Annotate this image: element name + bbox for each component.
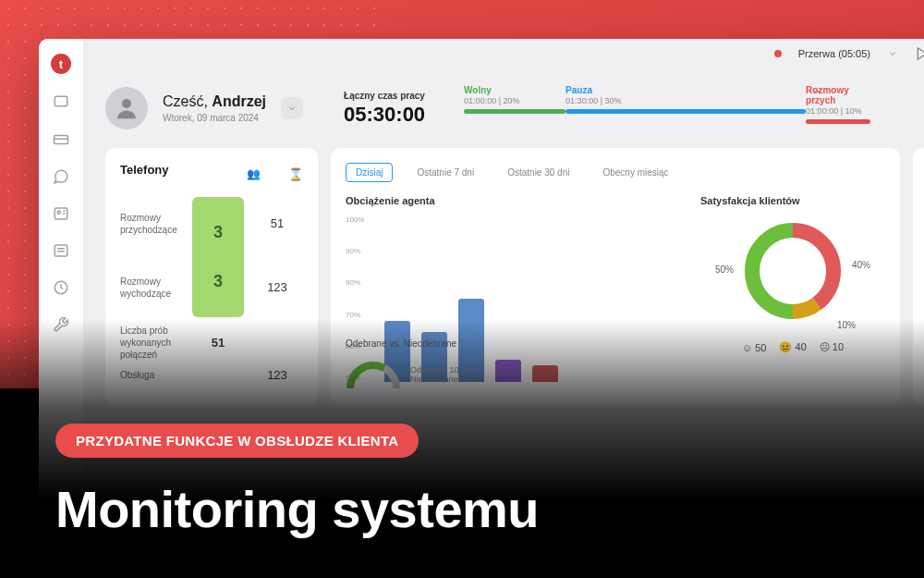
- greeting-expand[interactable]: [281, 97, 303, 119]
- card-icon[interactable]: [53, 131, 69, 148]
- list-icon[interactable]: [53, 242, 69, 259]
- svg-rect-0: [55, 96, 67, 106]
- load-chart-title: Obciążenie agenta: [346, 195, 673, 206]
- app-logo[interactable]: t: [51, 54, 71, 74]
- chat-icon[interactable]: [53, 168, 69, 185]
- worktime-label: Łączny czas pracy: [344, 91, 425, 101]
- tabs: DzisiajOstatnie 7 dniOstatnie 30 dniObec…: [346, 163, 885, 182]
- topbar: Przerwa (05:05): [83, 39, 924, 68]
- worktime: Łączny czas pracy 05:30:00: [344, 91, 425, 127]
- avatar[interactable]: [105, 87, 148, 129]
- headline: Monitoring systemu: [55, 479, 539, 539]
- donut-label-40: 40%: [852, 260, 870, 270]
- donut-label-50: 50%: [715, 264, 734, 275]
- play-icon[interactable]: [915, 46, 924, 61]
- tab-2[interactable]: Ostatnie 30 dni: [498, 164, 578, 181]
- status-segment-wolny: Wolny01:00:00 | 20%: [464, 85, 565, 131]
- greeting-date: Wtorek, 09 marca 2024: [163, 113, 266, 123]
- donut-chart: 40% 10% 50%: [737, 215, 848, 326]
- worktime-value: 05:30:00: [344, 103, 425, 127]
- people-icon: 👥: [247, 167, 261, 181]
- contact-icon[interactable]: [53, 205, 69, 222]
- status-segment-roz: Rozmowy przych01:00:00 | 10%: [806, 85, 870, 131]
- phone-row: Rozmowy wychodzące3123: [120, 257, 303, 317]
- status-indicator: [774, 50, 782, 57]
- greeting: Cześć, Andrzej Wtorek, 09 marca 2024: [163, 93, 266, 123]
- svg-marker-9: [918, 48, 924, 59]
- phone-card-title: Telefony: [120, 163, 169, 177]
- clock-icon[interactable]: [53, 279, 69, 296]
- status-chevron-icon[interactable]: [887, 48, 898, 59]
- tab-3[interactable]: Obecny miesiąc: [593, 164, 677, 181]
- tab-1[interactable]: Ostatnie 7 dni: [407, 164, 483, 181]
- greeting-name: Andrzej: [212, 93, 266, 109]
- tab-0[interactable]: Dzisiaj: [346, 163, 393, 182]
- dashboard-icon[interactable]: [53, 94, 69, 111]
- hourglass-icon: ⌛: [288, 167, 303, 181]
- category-badge: PRZYDATNE FUNKCJE W OBSŁUDZE KLIENTA: [55, 424, 419, 458]
- status-segment-pauza: Pauza01:30:00 | 30%⋮: [565, 85, 806, 131]
- phone-row: Rozmowy przychodzące351: [120, 197, 303, 250]
- hero-row: Cześć, Andrzej Wtorek, 09 marca 2024 Łąc…: [83, 68, 924, 148]
- satisf-title: Satysfakcja klientów: [700, 195, 885, 206]
- svg-rect-3: [55, 208, 67, 219]
- svg-point-13: [122, 99, 131, 108]
- greeting-hello: Cześć,: [163, 93, 208, 109]
- status-label: Przerwa (05:05): [798, 48, 870, 59]
- svg-point-4: [57, 211, 60, 214]
- status-bar: Wolny01:00:00 | 20%Pauza01:30:00 | 30%⋮R…: [464, 85, 924, 131]
